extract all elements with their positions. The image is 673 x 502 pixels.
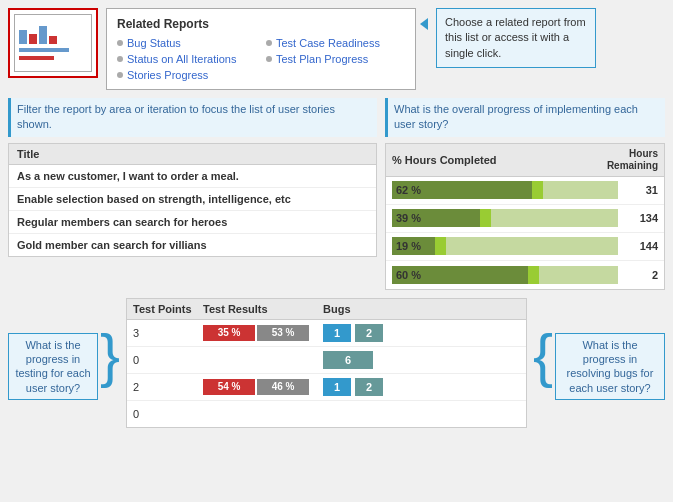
progress-bar-3: 19 % [392, 237, 618, 255]
story-row: Enable selection based on strength, inte… [9, 188, 376, 211]
related-reports-title: Related Reports [117, 17, 405, 31]
tr-bar-gray-1: 53 % [257, 325, 309, 341]
story-row: Gold member can search for villians [9, 234, 376, 256]
hours-3: 144 [618, 240, 658, 252]
progress-row-2: 39 % 134 [386, 205, 664, 233]
bug-blue-3: 1 [323, 378, 351, 396]
link-bug-status[interactable]: Bug Status [117, 37, 256, 49]
right-callout-group: { What is the progress in resolving bugs… [533, 313, 665, 400]
progress-col-main-header: % Hours Completed [392, 154, 598, 166]
callout-arrow [420, 18, 428, 30]
progress-label-1: 62 % [392, 184, 421, 196]
progress-label-4: 60 % [392, 269, 421, 281]
related-reports-box: Related Reports Bug Status Status on All… [106, 8, 416, 90]
progress-accent-4 [528, 266, 539, 284]
progress-callout: What is the overall progress of implemen… [385, 98, 665, 137]
bug-teal-3: 2 [355, 378, 383, 396]
stories-table-header: Title [9, 144, 376, 165]
bt-tr-3: 54 % 46 % [203, 379, 323, 395]
link-test-plan-progress[interactable]: Test Plan Progress [266, 53, 405, 65]
bottom-table: Test Points Test Results Bugs 3 35 % 53 … [126, 298, 527, 428]
progress-accent-1 [532, 181, 543, 199]
bottom-row-1: 3 35 % 53 % 1 2 [127, 320, 526, 347]
left-callout-group: What is the progress in testing for each… [8, 313, 120, 400]
bt-tp-4: 0 [133, 408, 203, 420]
progress-bar-4: 60 % [392, 266, 618, 284]
bullet-dot [117, 56, 123, 62]
bullet-dot [266, 56, 272, 62]
link-status-iterations[interactable]: Status on All Iterations [117, 53, 256, 65]
related-reports-grid: Bug Status Status on All Iterations Stor… [117, 37, 405, 81]
progress-table: % Hours Completed HoursRemaining 62 % 31 [385, 143, 665, 290]
tr-bar-red-3: 54 % [203, 379, 255, 395]
right-callout: What is the progress in resolving bugs f… [555, 333, 665, 400]
bullet-dot [117, 40, 123, 46]
bt-bugs-3: 1 2 [323, 378, 520, 396]
progress-col-hours-header: HoursRemaining [598, 148, 658, 172]
hours-4: 2 [618, 269, 658, 281]
top-section: Related Reports Bug Status Status on All… [8, 8, 665, 90]
bt-header-bugs: Bugs [323, 303, 520, 315]
progress-label-3: 19 % [392, 240, 421, 252]
progress-accent-3 [435, 237, 446, 255]
top-callout: Choose a related report from this list o… [436, 8, 596, 68]
story-row: As a new customer, I want to order a mea… [9, 165, 376, 188]
middle-section: Filter the report by area or iteration t… [8, 98, 665, 290]
progress-row-3: 19 % 144 [386, 233, 664, 261]
bottom-table-wrapper: Test Points Test Results Bugs 3 35 % 53 … [126, 298, 527, 428]
link-stories-progress[interactable]: Stories Progress [117, 69, 256, 81]
tr-bar-gray-3: 46 % [257, 379, 309, 395]
bottom-row-4: 0 [127, 401, 526, 427]
bug-teal-1: 2 [355, 324, 383, 342]
tr-bar-red-1: 35 % [203, 325, 255, 341]
bottom-table-header: Test Points Test Results Bugs [127, 299, 526, 320]
bottom-section: What is the progress in testing for each… [8, 298, 665, 428]
progress-row-1: 62 % 31 [386, 177, 664, 205]
progress-bar-1: 62 % [392, 181, 618, 199]
links-col2: Test Case Readiness Test Plan Progress [266, 37, 405, 81]
bt-header-tr: Test Results [203, 303, 323, 315]
top-callout-wrapper: Choose a related report from this list o… [420, 8, 596, 68]
bt-tr-1: 35 % 53 % [203, 325, 323, 341]
brace-left-right: { [533, 326, 553, 386]
progress-accent-2 [480, 209, 491, 227]
left-panel: Filter the report by area or iteration t… [8, 98, 377, 290]
bt-tp-1: 3 [133, 327, 203, 339]
bt-header-tp: Test Points [133, 303, 203, 315]
progress-row-4: 60 % 2 [386, 261, 664, 289]
bug-teal-2: 6 [323, 351, 373, 369]
bottom-row-3: 2 54 % 46 % 1 2 [127, 374, 526, 401]
progress-label-2: 39 % [392, 212, 421, 224]
bt-bugs-2: 6 [323, 351, 520, 369]
filter-callout: Filter the report by area or iteration t… [8, 98, 377, 137]
progress-bar-2: 39 % [392, 209, 618, 227]
bullet-dot [117, 72, 123, 78]
stories-table: Title As a new customer, I want to order… [8, 143, 377, 257]
page-container: Related Reports Bug Status Status on All… [0, 0, 673, 502]
hours-2: 134 [618, 212, 658, 224]
story-row: Regular members can search for heroes [9, 211, 376, 234]
hours-1: 31 [618, 184, 658, 196]
links-col1: Bug Status Status on All Iterations Stor… [117, 37, 256, 81]
link-test-case-readiness[interactable]: Test Case Readiness [266, 37, 405, 49]
right-panel: What is the overall progress of implemen… [385, 98, 665, 290]
report-thumbnail [8, 8, 98, 78]
bottom-row-2: 0 6 [127, 347, 526, 374]
bullet-dot [266, 40, 272, 46]
bt-tp-3: 2 [133, 381, 203, 393]
bug-blue-1: 1 [323, 324, 351, 342]
progress-header: % Hours Completed HoursRemaining [386, 144, 664, 177]
left-callout: What is the progress in testing for each… [8, 333, 98, 400]
brace-right-left: } [100, 326, 120, 386]
bt-tp-2: 0 [133, 354, 203, 366]
bt-bugs-1: 1 2 [323, 324, 520, 342]
